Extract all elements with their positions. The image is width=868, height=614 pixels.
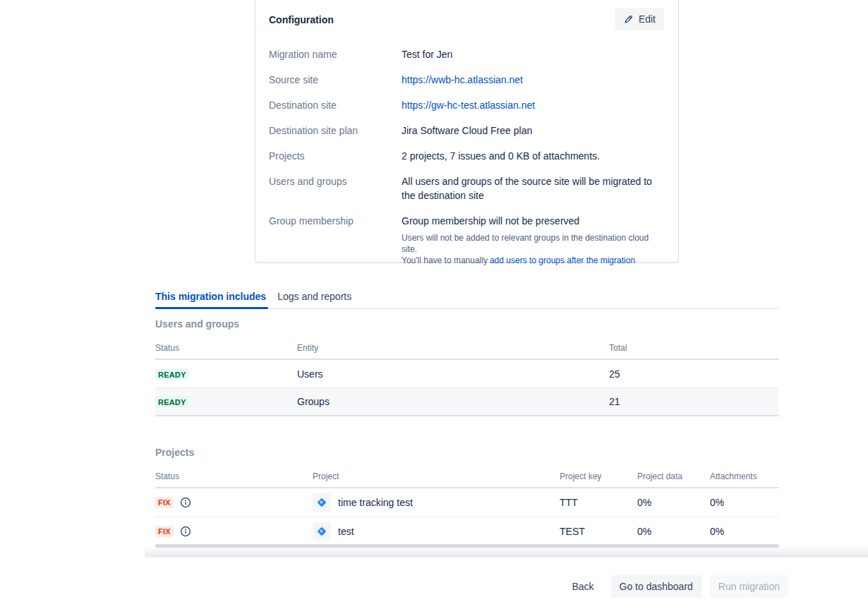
users-groups-table: Status Entity Total READY Users 25 READY… [155,342,779,416]
attachments-cell: 0% [710,526,724,537]
status-cell: FIX [155,497,191,508]
field-label: Source site [269,73,402,87]
add-users-to-groups-link[interactable]: add users to groups after the migration [490,255,635,265]
status-badge: READY [155,396,189,408]
column-header-status: Status [155,343,179,353]
column-header-project: Project [313,471,339,481]
jira-project-icon [313,522,331,541]
total-cell: 21 [609,396,620,407]
field-source-site: Source site https://wwb-hc.atlassian.net [269,73,664,87]
column-header-project-key: Project key [560,471,601,481]
status-badge: READY [155,368,189,380]
back-button[interactable]: Back [563,575,602,598]
column-header-project-data: Project data [637,471,682,481]
field-projects: Projects 2 projects, 7 issues and 0 KB o… [269,149,664,163]
project-data-cell: 0% [637,497,651,508]
field-label: Migration name [269,47,402,61]
edit-button[interactable]: Edit [615,8,664,30]
group-membership-note: Users will not be added to relevant grou… [402,232,664,266]
source-site-link[interactable]: https://wwb-hc.atlassian.net [402,73,523,87]
status-cell: FIX [155,526,191,537]
jira-project-icon [313,493,331,512]
project-name: time tracking test [338,497,413,508]
status-badge: FIX [155,497,174,508]
pencil-icon [623,14,634,25]
run-migration-button: Run migration [710,575,788,598]
tab-this-migration-includes[interactable]: This migration includes [155,290,266,308]
field-destination-site: Destination site https://gw-hc-test.atla… [269,98,664,112]
field-migration-name: Migration name Test for Jen [269,47,664,61]
project-name: test [338,526,354,537]
configuration-card: Configuration Edit Migration name Test f… [255,0,679,263]
field-users-and-groups: Users and groups All users and groups of… [269,174,664,203]
note-line2-prefix: You'll have to manually [402,255,488,265]
field-label: Group membership [269,214,402,266]
field-value: Test for Jen [402,47,452,61]
attachments-cell: 0% [710,497,724,508]
field-label: Destination site plan [269,124,402,138]
info-icon[interactable] [180,497,191,508]
field-group-membership: Group membership Group membership will n… [269,214,664,266]
field-value: 2 projects, 7 issues and 0 KB of attachm… [402,149,600,163]
table-row: READY Users 25 [155,360,779,388]
projects-heading: Projects [155,447,194,458]
field-value: Jira Software Cloud Free plan [402,124,532,138]
column-header-entity: Entity [297,343,318,353]
configuration-title: Configuration [269,14,664,25]
table-row: FIX time tracking test TTT 0% [155,488,779,517]
project-data-cell: 0% [637,526,651,537]
users-groups-heading: Users and groups [155,318,239,330]
horizontal-scrollbar[interactable] [155,544,779,548]
projects-table: Status Project Project key Project data … [155,470,779,546]
tab-logs-and-reports[interactable]: Logs and reports [277,290,351,308]
project-key-cell: TTT [560,497,578,508]
status-badge: FIX [155,526,174,537]
project-key-cell: TEST [560,526,585,537]
field-label: Projects [269,149,402,163]
project-cell: test [313,522,354,541]
projects-table-header: Status Project Project key Project data … [155,470,779,488]
edit-button-label: Edit [639,13,656,25]
table-row: FIX test TEST 0% 0% [155,517,779,546]
migration-tabs: This migration includes Logs and reports [155,290,779,309]
entity-cell: Groups [297,396,330,407]
go-to-dashboard-button[interactable]: Go to dashboard [611,575,701,598]
column-header-attachments: Attachments [710,471,757,481]
column-header-status: Status [155,471,179,481]
entity-cell: Users [297,368,323,380]
field-label: Users and groups [269,174,402,203]
destination-site-link[interactable]: https://gw-hc-test.atlassian.net [402,98,535,112]
column-header-total: Total [609,343,627,353]
field-value: All users and groups of the source site … [402,174,664,203]
project-cell: time tracking test [313,493,413,512]
field-destination-plan: Destination site plan Jira Software Clou… [269,124,664,138]
footer-actions: Back Go to dashboard Run migration [563,575,788,598]
field-value: Group membership will not be preserved [402,214,664,228]
info-icon[interactable] [180,526,191,537]
table-row: READY Groups 21 [155,388,779,416]
users-groups-table-header: Status Entity Total [155,342,779,360]
total-cell: 25 [609,368,620,380]
field-label: Destination site [269,98,402,112]
note-line1: Users will not be added to relevant grou… [402,233,649,254]
